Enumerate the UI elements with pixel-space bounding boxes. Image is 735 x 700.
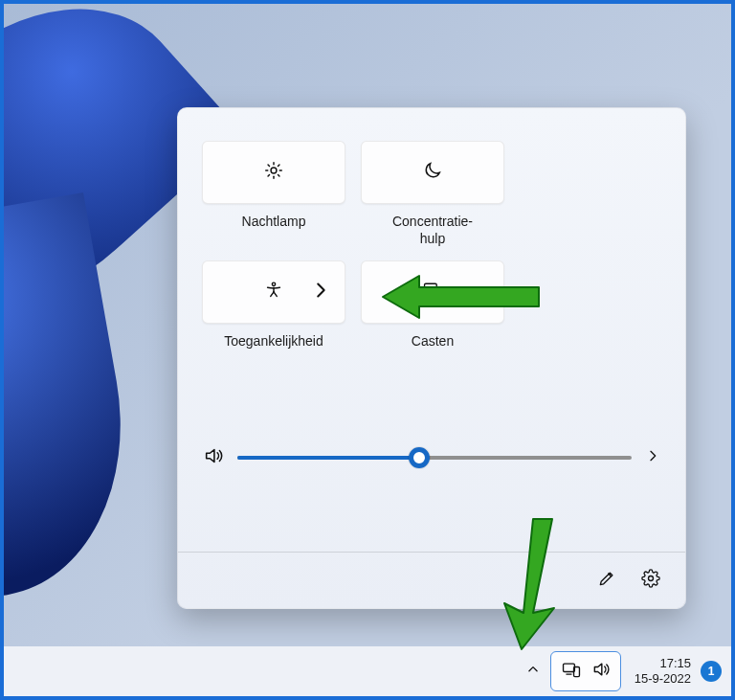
notification-badge[interactable]: 1 [701, 661, 722, 682]
svg-line-6 [278, 174, 278, 175]
svg-point-0 [271, 168, 277, 173]
taskbar-clock[interactable]: 17:15 15-9-2022 [635, 656, 691, 686]
edit-button[interactable] [588, 561, 626, 599]
sun-icon [263, 160, 284, 185]
tile-focus-assist[interactable] [361, 141, 504, 204]
svg-point-9 [272, 282, 275, 285]
tile-accessibility[interactable] [202, 260, 345, 324]
taskbar: 17:15 15-9-2022 1 [4, 646, 731, 696]
svg-marker-21 [594, 664, 602, 675]
tile-label: Toegankelijkheid [224, 333, 323, 366]
tile-label: Concentratie- hulp [392, 214, 473, 247]
tray-overflow-button[interactable] [518, 653, 548, 689]
annotation-arrow [476, 517, 562, 651]
svg-line-7 [268, 174, 269, 175]
quick-settings-tiles: Nachtlamp Concentratie- hulp [203, 141, 660, 366]
speaker-icon[interactable] [203, 445, 224, 470]
tile-focus-assist-wrap: Concentratie- hulp [362, 141, 503, 247]
pencil-icon [597, 569, 616, 592]
tile-night-light[interactable] [202, 141, 345, 204]
gear-icon [641, 569, 660, 592]
svg-rect-18 [563, 664, 574, 671]
system-tray-quick-settings[interactable] [550, 651, 621, 691]
svg-line-5 [268, 165, 269, 166]
chevron-right-icon[interactable] [645, 448, 660, 467]
svg-point-15 [649, 576, 654, 581]
volume-fill [237, 456, 419, 460]
chevron-up-icon [526, 663, 540, 680]
notification-count: 1 [708, 665, 715, 678]
moon-icon [422, 160, 443, 185]
tile-night-light-wrap: Nachtlamp [203, 141, 345, 247]
quick-settings-flyout: Nachtlamp Concentratie- hulp [177, 107, 686, 609]
svg-line-8 [278, 165, 278, 166]
volume-row [203, 445, 660, 470]
tile-label: Casten [412, 333, 454, 366]
speaker-icon [591, 660, 611, 683]
clock-date: 15-9-2022 [635, 671, 691, 687]
svg-marker-16 [383, 276, 539, 318]
annotation-arrow [381, 268, 544, 326]
tile-label: Nachtlamp [242, 214, 306, 246]
network-icon [561, 659, 582, 684]
chevron-right-icon [310, 280, 331, 305]
volume-thumb[interactable] [409, 447, 430, 468]
settings-button[interactable] [632, 561, 670, 599]
quick-settings-footer [178, 552, 685, 608]
svg-marker-17 [504, 519, 554, 649]
tile-accessibility-wrap: Toegankelijkheid [203, 260, 345, 366]
clock-time: 17:15 [635, 656, 691, 671]
svg-marker-14 [207, 450, 214, 463]
volume-slider[interactable] [237, 456, 632, 460]
accessibility-icon [263, 280, 284, 305]
